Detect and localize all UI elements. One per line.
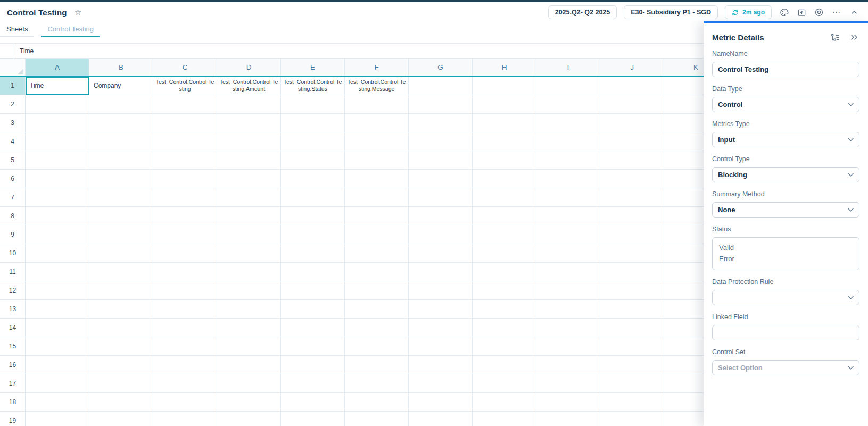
tab-sheets[interactable]: Sheets — [0, 23, 34, 37]
cell-H10[interactable] — [473, 244, 536, 263]
cell-E11[interactable] — [281, 263, 345, 281]
cell-I13[interactable] — [536, 300, 600, 319]
cell-B17[interactable] — [89, 374, 153, 393]
cell-D6[interactable] — [217, 170, 281, 188]
cell-I16[interactable] — [536, 356, 600, 374]
cell-D2[interactable] — [217, 95, 281, 114]
cell-H2[interactable] — [473, 95, 536, 114]
collapse-panel-icon[interactable] — [849, 32, 859, 43]
cell-H7[interactable] — [473, 188, 536, 207]
cell-E19[interactable] — [281, 412, 345, 426]
cell-C16[interactable] — [153, 356, 217, 374]
cell-D9[interactable] — [217, 225, 281, 244]
data-type-select[interactable]: Control — [712, 97, 859, 112]
cell-B3[interactable] — [89, 114, 153, 132]
cell-E5[interactable] — [281, 151, 345, 170]
cell-J19[interactable] — [600, 412, 664, 426]
column-header-A[interactable]: A — [26, 59, 89, 76]
cell-G9[interactable] — [409, 225, 473, 244]
cell-F9[interactable] — [345, 225, 409, 244]
cell-C12[interactable] — [153, 281, 217, 300]
row-header-17[interactable]: 17 — [0, 374, 26, 393]
cell-F14[interactable] — [345, 319, 409, 337]
row-header-9[interactable]: 9 — [0, 225, 26, 244]
cell-G2[interactable] — [409, 95, 473, 114]
cell-A15[interactable] — [26, 337, 89, 356]
cell-F7[interactable] — [345, 188, 409, 207]
cell-B19[interactable] — [89, 412, 153, 426]
cell-D11[interactable] — [217, 263, 281, 281]
cell-D5[interactable] — [217, 151, 281, 170]
cell-J10[interactable] — [600, 244, 664, 263]
cell-E15[interactable] — [281, 337, 345, 356]
cell-E4[interactable] — [281, 132, 345, 151]
cell-E16[interactable] — [281, 356, 345, 374]
cell-C9[interactable] — [153, 225, 217, 244]
cell-H1[interactable] — [473, 77, 536, 95]
status-listbox[interactable]: Valid Error — [712, 237, 859, 270]
cell-A4[interactable] — [26, 132, 89, 151]
cell-C3[interactable] — [153, 114, 217, 132]
cell-G3[interactable] — [409, 114, 473, 132]
cell-H15[interactable] — [473, 337, 536, 356]
cell-C15[interactable] — [153, 337, 217, 356]
cell-F2[interactable] — [345, 95, 409, 114]
column-header-D[interactable]: D — [217, 59, 281, 76]
cell-C7[interactable] — [153, 188, 217, 207]
cell-H12[interactable] — [473, 281, 536, 300]
cell-F18[interactable] — [345, 393, 409, 412]
cell-A7[interactable] — [26, 188, 89, 207]
cell-E18[interactable] — [281, 393, 345, 412]
cell-E9[interactable] — [281, 225, 345, 244]
cell-E2[interactable] — [281, 95, 345, 114]
cell-A3[interactable] — [26, 114, 89, 132]
cell-F19[interactable] — [345, 412, 409, 426]
cell-H13[interactable] — [473, 300, 536, 319]
cell-H11[interactable] — [473, 263, 536, 281]
cell-I4[interactable] — [536, 132, 600, 151]
cell-E1[interactable]: Test_Control.Control Testing.Status — [281, 77, 345, 95]
cell-I6[interactable] — [536, 170, 600, 188]
cell-D14[interactable] — [217, 319, 281, 337]
row-header-19[interactable]: 19 — [0, 412, 26, 426]
formula-input[interactable]: Time — [13, 47, 34, 55]
control-type-select[interactable]: Blocking — [712, 167, 859, 182]
cell-J1[interactable] — [600, 77, 664, 95]
cell-D17[interactable] — [217, 374, 281, 393]
row-header-4[interactable]: 4 — [0, 132, 26, 151]
cell-J4[interactable] — [600, 132, 664, 151]
cell-G6[interactable] — [409, 170, 473, 188]
cell-I9[interactable] — [536, 225, 600, 244]
column-header-J[interactable]: J — [600, 59, 664, 76]
cell-A17[interactable] — [26, 374, 89, 393]
cell-C8[interactable] — [153, 207, 217, 225]
row-header-12[interactable]: 12 — [0, 281, 26, 300]
cell-I2[interactable] — [536, 95, 600, 114]
cell-B9[interactable] — [89, 225, 153, 244]
cell-H14[interactable] — [473, 319, 536, 337]
cell-G18[interactable] — [409, 393, 473, 412]
cell-B15[interactable] — [89, 337, 153, 356]
cell-A6[interactable] — [26, 170, 89, 188]
linked-field-input-box[interactable] — [712, 325, 859, 340]
cell-I1[interactable] — [536, 77, 600, 95]
row-header-13[interactable]: 13 — [0, 300, 26, 319]
control-set-select[interactable]: Select Option — [712, 360, 859, 375]
cell-J5[interactable] — [600, 151, 664, 170]
cell-J14[interactable] — [600, 319, 664, 337]
row-header-5[interactable]: 5 — [0, 151, 26, 170]
cell-A14[interactable] — [26, 319, 89, 337]
column-header-C[interactable]: C — [153, 59, 217, 76]
cell-E3[interactable] — [281, 114, 345, 132]
column-header-F[interactable]: F — [345, 59, 409, 76]
row-header-7[interactable]: 7 — [0, 188, 26, 207]
cell-J8[interactable] — [600, 207, 664, 225]
cell-E12[interactable] — [281, 281, 345, 300]
row-header-11[interactable]: 11 — [0, 263, 26, 281]
row-header-10[interactable]: 10 — [0, 244, 26, 263]
cell-D16[interactable] — [217, 356, 281, 374]
cell-D13[interactable] — [217, 300, 281, 319]
linked-field-input[interactable] — [718, 329, 854, 337]
cell-A5[interactable] — [26, 151, 89, 170]
cell-G12[interactable] — [409, 281, 473, 300]
